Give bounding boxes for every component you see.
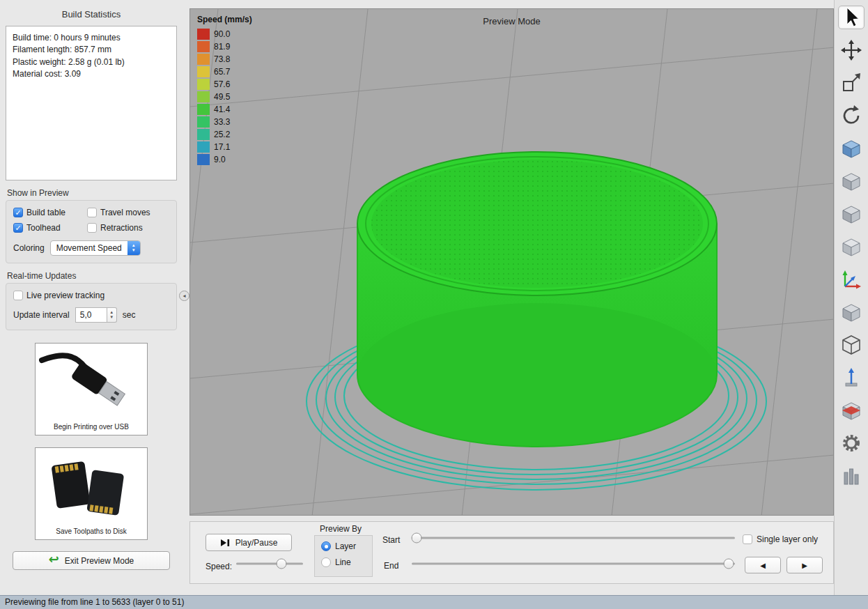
play-pause-button[interactable]: Play/Pause [206,534,292,551]
legend-entry: 73.8 [197,53,252,65]
stat-material-cost: Material cost: 3.09 [13,68,170,80]
radio-label: Layer [335,541,356,551]
cross-section-cube-icon [839,399,863,422]
vertical-arrow-icon [839,366,863,390]
slider-track [412,563,735,565]
tool-wireframe-view[interactable] [838,333,865,357]
chevron-up-down-icon: ▲▼ [127,241,140,255]
tool-move[interactable] [838,38,865,62]
exit-button-label: Exit Preview Mode [65,556,134,566]
update-interval-label: Update interval [13,310,70,320]
tool-vertical-axis[interactable] [838,366,865,390]
legend-entry: 65.7 [197,65,252,77]
move-icon [839,38,863,62]
checkbox-build-table[interactable]: Build table [13,208,87,217]
legend-swatch [197,41,210,52]
printed-model [357,152,717,447]
usb-plug-icon [39,349,144,419]
speed-slider[interactable] [236,558,303,569]
legend-entry: 17.1 [197,141,252,153]
checkbox-retractions[interactable]: Retractions [87,223,169,233]
gray-cube-icon [839,202,863,226]
tool-rotate[interactable] [838,104,865,128]
rotate-icon [839,104,863,128]
checkbox-icon[interactable] [743,534,752,544]
tool-cross-section[interactable] [838,399,865,422]
tool-support-structures[interactable] [838,464,865,488]
checkbox-label: Travel moves [100,208,150,217]
coloring-dropdown-value: Movement Speed [56,243,122,253]
checkbox-icon[interactable] [13,291,23,300]
tool-select-cursor[interactable] [838,6,865,29]
next-layer-button[interactable]: ▶ [786,557,823,573]
green-back-arrow-icon: ↩ [49,553,59,566]
view-cube-right[interactable] [838,235,865,259]
legend-entry: 33.3 [197,116,252,128]
view-cube-back[interactable] [838,169,865,193]
realtime-updates-label: Real-time Updates [7,271,177,281]
update-interval-unit: sec [123,310,136,320]
sd-cards-image [38,452,144,525]
coloring-label: Coloring [13,243,45,253]
checkbox-toolhead[interactable]: Toolhead [13,223,87,233]
end-layer-slider[interactable] [412,558,735,569]
panel-collapse-handle[interactable]: ◂ [179,291,189,301]
legend-entry: 49.5 [197,91,252,102]
checkbox-label: Retractions [100,223,143,233]
previous-layer-button[interactable]: ◀ [745,557,781,573]
legend-swatch [197,141,210,153]
build-stats-box: Build time: 0 hours 9 minutes Filament l… [6,26,177,180]
view-cube-left[interactable] [838,202,865,226]
tool-machine-settings[interactable] [838,431,865,455]
checkbox-icon[interactable] [13,223,23,233]
legend-swatch [197,91,210,102]
legend-swatch [197,116,210,128]
speed-legend: Speed (mm/s) 90.0 81.9 73.8 65.7 57.6 49… [197,15,252,166]
coloring-dropdown[interactable]: Movement Speed ▲▼ [50,240,141,256]
preview-mode-label: Preview Mode [190,16,833,26]
status-text: Previewing file from line 1 to 5633 (lay… [5,597,184,607]
single-layer-checkbox[interactable]: Single layer only [743,534,818,544]
checkbox-label: Live preview tracking [26,291,104,300]
preview-by-label: Preview By [320,524,362,534]
update-interval-input[interactable]: 5,0 [75,307,107,323]
view-toolbar [834,0,868,595]
realtime-updates-group: Live preview tracking Update interval 5,… [6,283,177,330]
collapse-arrow-icon: ◂ [183,293,185,299]
view-cube-iso[interactable] [838,137,865,160]
radio-icon[interactable] [321,541,331,551]
slider-knob[interactable] [723,559,734,569]
sd-button-caption: Save Toolpaths to Disk [38,525,144,537]
checkbox-live-preview-tracking[interactable]: Live preview tracking [13,291,169,300]
preview-3d-viewport[interactable]: Preview Mode Speed (mm/s) 90.0 81.9 73.8… [189,8,834,516]
save-toolpaths-button[interactable]: Save Toolpaths to Disk [35,447,148,540]
slider-knob[interactable] [411,533,421,544]
stat-plastic-weight: Plastic weight: 2.58 g (0.01 lb) [13,56,170,68]
3d-scene [190,9,834,516]
begin-printing-usb-button[interactable]: Begin Printing over USB [35,343,148,435]
slider-track [412,537,735,539]
stat-filament-length: Filament length: 857.7 mm [13,44,170,56]
start-layer-slider[interactable] [412,532,735,544]
radio-layer[interactable]: Layer [321,541,366,551]
radio-line[interactable]: Line [321,557,366,567]
checkbox-icon[interactable] [87,223,97,233]
status-bar: Previewing file from line 1 to 5633 (lay… [0,595,868,609]
checkbox-icon[interactable] [13,208,23,217]
legend-swatch [197,154,210,165]
checkbox-travel-moves[interactable]: Travel moves [87,208,169,217]
slider-knob[interactable] [277,559,287,569]
tool-scale[interactable] [838,71,865,95]
exit-preview-mode-button[interactable]: ↩ Exit Preview Mode [13,551,170,570]
spinner-up-down-icon[interactable]: ▲▼ [107,307,117,323]
wireframe-cube-icon [839,333,863,357]
start-label: Start [382,535,400,545]
checkbox-icon[interactable] [87,208,97,217]
axes-icon [839,268,863,291]
legend-entry: 25.2 [197,128,252,140]
view-coordinate-axes[interactable] [838,268,865,291]
play-pause-icon [220,539,231,547]
checkbox-label: Single layer only [757,534,818,544]
radio-icon[interactable] [321,557,331,567]
view-cube-bottom[interactable] [838,300,865,324]
